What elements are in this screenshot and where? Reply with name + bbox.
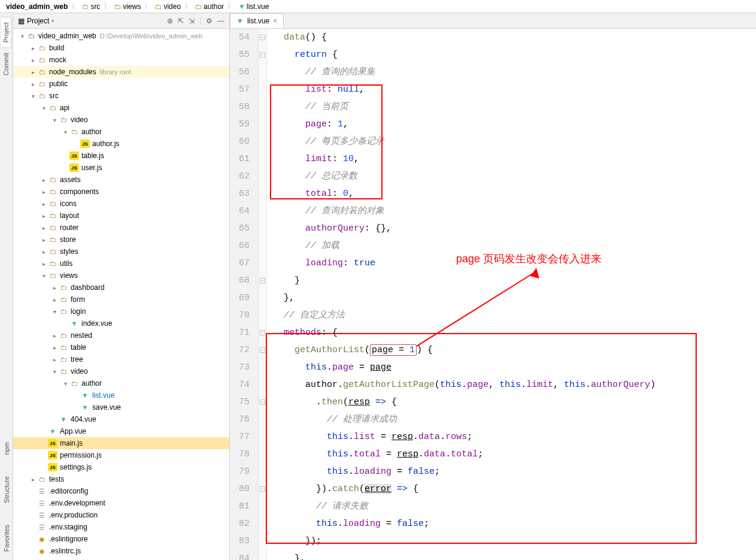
code-line[interactable]: this.list = resp.data.rows; (284, 428, 756, 446)
code-line[interactable]: }, (284, 550, 756, 560)
code-line[interactable]: limit: 10, (284, 150, 756, 168)
tree-arrow-icon[interactable] (29, 45, 37, 52)
tree-folder[interactable]: 🗀layout (13, 210, 229, 222)
project-tree[interactable]: 🗀video_admin_webD:\Develop\Web\video_adm… (13, 29, 229, 560)
tree-arrow-icon[interactable] (40, 225, 48, 231)
breadcrumb-item[interactable]: 🗀views (113, 2, 142, 11)
tree-file[interactable]: JStable.js (13, 150, 229, 162)
editor-body[interactable]: 5455565758596061626364656667686970717273… (230, 29, 756, 560)
fold-toggle-icon[interactable]: − (260, 278, 265, 283)
tree-arrow-icon[interactable] (40, 249, 48, 255)
code-line[interactable]: this.loading = false; (284, 515, 756, 532)
code-line[interactable]: // 总记录数 (284, 168, 756, 185)
tree-arrow-icon[interactable] (61, 380, 69, 387)
tree-folder[interactable]: 🗀video_admin_webD:\Develop\Web\video_adm… (13, 30, 229, 42)
code-line[interactable]: // 当前页 (284, 98, 756, 116)
tree-arrow-icon[interactable] (40, 189, 48, 195)
fold-column[interactable]: −−−−−−− (259, 29, 267, 560)
code-line[interactable]: page: 1, (284, 116, 756, 133)
tree-file[interactable]: ▼index.vue (13, 317, 229, 329)
tree-file[interactable]: ☰.env.staging (13, 521, 229, 533)
code-line[interactable]: author.getAuthorListPage(this.page, this… (284, 376, 756, 393)
code-line[interactable]: // 处理请求成功 (284, 411, 756, 428)
tree-arrow-icon[interactable] (50, 368, 59, 375)
tool-tab-structure[interactable]: Structure (2, 471, 11, 508)
breadcrumb-item[interactable]: ▼list.vue (237, 2, 270, 11)
tree-arrow-icon[interactable] (50, 344, 59, 351)
tree-folder[interactable]: 🗀form (13, 293, 229, 305)
expand-icon[interactable]: ⇱ (178, 17, 184, 25)
tree-folder[interactable]: 🗀store (13, 234, 229, 246)
tree-folder[interactable]: 🗀author (13, 126, 229, 138)
collapse-icon[interactable]: ⇲ (189, 17, 195, 25)
tree-arrow-icon[interactable] (50, 308, 59, 315)
code-line[interactable]: // 每页多少条记录 (284, 133, 756, 150)
tree-folder[interactable]: 🗀src (13, 90, 229, 102)
fold-toggle-icon[interactable]: − (260, 52, 265, 57)
tool-tab-npm[interactable]: npm (2, 437, 11, 459)
tree-file[interactable]: JSpermission.js (13, 449, 229, 461)
code-line[interactable]: total: 0, (284, 185, 756, 202)
tree-folder[interactable]: 🗀styles (13, 246, 229, 258)
tree-folder[interactable]: 🗀api (13, 102, 229, 114)
tree-arrow-icon[interactable] (50, 332, 59, 339)
tree-folder[interactable]: 🗀router (13, 222, 229, 234)
code-area[interactable]: data() { return { // 查询的结果集 list: null, … (267, 29, 756, 560)
code-line[interactable]: return { (284, 46, 756, 63)
tree-arrow-icon[interactable] (40, 105, 48, 111)
tree-arrow-icon[interactable] (50, 284, 59, 291)
breadcrumb-item[interactable]: 🗀src (81, 2, 101, 11)
code-line[interactable]: }, (284, 289, 756, 307)
code-line[interactable]: // 自定义方法 (284, 307, 756, 324)
hide-icon[interactable]: — (217, 17, 224, 25)
tree-arrow-icon[interactable] (29, 93, 37, 99)
tree-folder[interactable]: 🗀utils (13, 258, 229, 270)
tree-arrow-icon[interactable] (40, 213, 48, 219)
fold-toggle-icon[interactable]: − (260, 399, 265, 405)
code-line[interactable]: } (284, 272, 756, 289)
tree-file[interactable]: ☰.env.development (13, 497, 229, 509)
code-line[interactable]: data() { (284, 29, 756, 46)
tree-folder[interactable]: 🗀tests (13, 473, 229, 485)
tree-file[interactable]: ▼404.vue (13, 413, 229, 425)
breadcrumb-item[interactable]: 🗀video (154, 2, 182, 11)
code-line[interactable]: methods: { (284, 324, 756, 341)
tree-arrow-icon[interactable] (50, 356, 59, 363)
tree-file[interactable]: ◉.eslintignore (13, 533, 229, 545)
close-icon[interactable]: × (273, 17, 277, 25)
code-line[interactable]: // 加载 (284, 237, 756, 255)
code-line[interactable]: }).catch(error => { (284, 480, 756, 498)
tree-folder[interactable]: 🗀node_moduleslibrary root (13, 66, 229, 78)
tree-arrow-icon[interactable] (40, 261, 48, 267)
tree-folder[interactable]: 🗀views (13, 270, 229, 281)
fold-toggle-icon[interactable]: − (260, 347, 265, 353)
tree-file[interactable]: ▼App.vue (13, 425, 229, 437)
tree-folder[interactable]: 🗀components (13, 186, 229, 198)
tree-folder[interactable]: 🗀author (13, 377, 229, 389)
fold-toggle-icon[interactable]: − (260, 486, 265, 492)
tree-folder[interactable]: 🗀video (13, 365, 229, 377)
tree-file[interactable]: ☰.editorconfig (13, 485, 229, 497)
tree-arrow-icon[interactable] (18, 33, 26, 40)
code-line[interactable]: loading: true (284, 255, 756, 272)
code-line[interactable]: }); (284, 532, 756, 550)
code-line[interactable]: this.page = page (284, 359, 756, 376)
tree-arrow-icon[interactable] (29, 69, 37, 75)
tree-arrow-icon[interactable] (40, 273, 48, 279)
tree-folder[interactable]: 🗀icons (13, 198, 229, 210)
tree-folder[interactable]: 🗀video (13, 114, 229, 126)
tree-file[interactable]: ☰.env.production (13, 509, 229, 521)
tree-folder[interactable]: 🗀table (13, 341, 229, 353)
code-line[interactable]: // 查询封装的对象 (284, 202, 756, 220)
locate-icon[interactable]: ⊕ (167, 17, 173, 25)
tree-folder[interactable]: 🗀mock (13, 54, 229, 66)
code-line[interactable]: // 查询的结果集 (284, 63, 756, 81)
tree-arrow-icon[interactable] (29, 476, 37, 483)
tree-arrow-icon[interactable] (61, 129, 69, 135)
tree-arrow-icon[interactable] (40, 201, 48, 207)
code-line[interactable]: // 请求失败 (284, 498, 756, 515)
code-line[interactable]: getAuthorList(page = 1) { (284, 341, 756, 359)
tree-file[interactable]: ◉.eslintrc.js (13, 545, 229, 557)
tree-file[interactable]: JSmain.js (13, 437, 229, 449)
tree-file[interactable]: JSuser.js (13, 162, 229, 174)
